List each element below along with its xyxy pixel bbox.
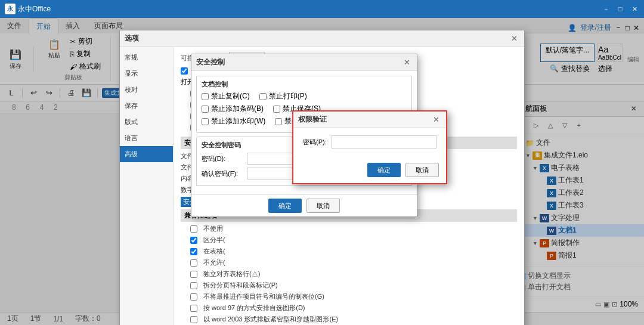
nav-item-layout[interactable]: 版式 [120,114,173,130]
security-dialog-title: 安全控制 [196,57,225,67]
title-bar-left: 永 永中Office [5,4,51,14]
security-dialog-titlebar: 安全控制 ✕ [191,54,417,71]
compat-item-2: 在表格( [190,247,517,256]
auth-dialog-titlebar: 权限验证 ✕ [293,112,446,128]
compat-check-4[interactable] [190,271,197,278]
sec-check-saveas-input[interactable] [275,118,282,125]
nav-item-proof[interactable]: 校对 [120,82,173,98]
title-bar: 永 永中Office － □ ✕ [0,0,644,18]
title-bar-controls: － □ ✕ [601,4,639,14]
doc-control-title: 文档控制 [202,80,407,89]
compat-item-5: 拆分分页符和段落标记(P) [190,281,517,290]
compat-check-3[interactable] [190,259,197,267]
auth-pwd-input[interactable] [332,135,436,148]
compat-item-3: 不允许( [190,258,517,267]
compat-label-2: 在表格( [203,247,225,256]
options-dialog-close[interactable]: ✕ [509,33,519,44]
options-dialog-title: 选项 [125,33,139,44]
compat-item-7: 按 word 97 的方式安排自选图形(D) [190,304,517,312]
compat-check-8[interactable] [190,316,197,323]
sec-label-barcode: 禁止添加条码(B) [211,104,264,114]
nav-item-lang[interactable]: 语言 [120,130,173,146]
sec-check-print-input[interactable] [259,93,267,100]
sec-check-watermark[interactable]: 禁止添加水印(W) [202,116,265,126]
sec-label-watermark: 禁止添加水印(W) [211,116,265,126]
sec-label-copy: 禁止复制(C) [211,91,250,101]
sec-check-copy-input[interactable] [202,93,209,100]
compat-check-5[interactable] [190,282,197,289]
auth-footer: 确定 取消 [293,163,446,183]
options-nav: 常规 显示 校对 保存 版式 语言 高级 [120,47,174,325]
auth-dialog: 权限验证 ✕ 密码(P): 确定 取消 [292,110,447,184]
auth-dialog-close[interactable]: ✕ [431,114,441,125]
compat-item-6: 不将最推进作项目符号和编号的制表位(G) [190,292,517,301]
app-logo: 永 [5,4,16,14]
compat-check-7[interactable] [190,305,197,312]
sec-check-save-input[interactable] [273,106,280,113]
pwd-label: 密码(D): [202,154,243,163]
maximize-button[interactable]: □ [615,4,625,14]
auth-cancel-button[interactable]: 取消 [405,163,439,177]
compat-label-7: 按 word 97 的方式安排自选图形(D) [203,304,305,312]
auth-dialog-body: 密码(P): [293,128,446,163]
nav-item-advanced[interactable]: 高级 [120,146,173,162]
compat-check-0[interactable] [190,225,197,233]
nav-item-display[interactable]: 显示 [120,66,173,82]
app-name: 永中Office [18,4,51,14]
sec-check-copy[interactable]: 禁止复制(C) [202,91,250,101]
options-dialog-titlebar: 选项 ✕ [120,30,524,47]
security-ok-button[interactable]: 确定 [268,199,302,213]
security-cancel-button[interactable]: 取消 [306,199,340,213]
close-button[interactable]: ✕ [630,4,639,14]
compat-label-0: 不使用 [203,224,223,233]
compat-check-1[interactable] [190,237,197,244]
compat-label-5: 拆分分页符和段落标记(P) [203,281,278,290]
compat-item-8: 以 word 2003 形式排版紧密型和穿越型图形(E) [190,315,517,324]
nav-item-general[interactable]: 常规 [120,49,173,66]
sec-check-barcode[interactable]: 禁止添加条码(B) [202,104,264,114]
sec-label-print: 禁止打印(P) [269,91,307,101]
sec-row-1: 禁止复制(C) 禁止打印(P) [202,91,407,101]
compat-item-1: 区分半( [190,236,517,244]
auth-pwd-label: 密码(P): [303,138,327,147]
compat-item-0: 不使用 [190,224,517,233]
sec-check-barcode-input[interactable] [202,106,209,113]
compat-label-6: 不将最推进作项目符号和编号的制表位(G) [203,292,324,301]
sec-check-watermark-input[interactable] [202,118,209,125]
compat-label-1: 区分半( [203,236,225,244]
compat-label-3: 不允许( [203,258,225,267]
history-checkbox[interactable] [181,67,188,75]
compat-check-2[interactable] [190,248,197,255]
compat-check-6[interactable] [190,293,197,301]
compat-item-4: 独立对齐表格行(△) [190,270,517,278]
app-container: 文件 开始 插入 页面布局 👤 登录/注册 － □ ✕ 💾 保存 [0,18,644,325]
auth-pwd-row: 密码(P): [303,135,436,148]
compat-label-8: 以 word 2003 形式排版紧密型和穿越型图形(E) [203,315,338,324]
security-dialog-footer: 确定 取消 [191,194,417,216]
sec-check-print[interactable]: 禁止打印(P) [259,91,307,101]
security-dialog-close[interactable]: ✕ [401,57,412,68]
confirm-pwd-label: 确认密码(F): [202,169,243,178]
compat-label-4: 独立对齐表格行(△) [203,270,260,278]
minimize-button[interactable]: － [601,4,611,14]
auth-ok-button[interactable]: 确定 [367,163,401,177]
auth-dialog-title: 权限验证 [298,114,327,125]
nav-item-save[interactable]: 保存 [120,98,173,114]
compat-items: 不使用 区分半( 在表格( 不允许( [181,224,517,325]
